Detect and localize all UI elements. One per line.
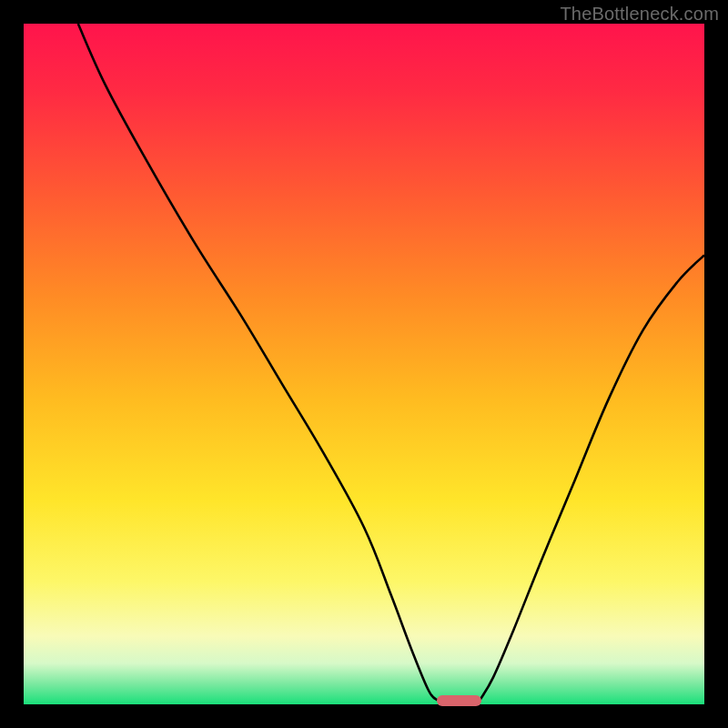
bottleneck-marker-pill bbox=[437, 695, 481, 706]
plot-area bbox=[24, 24, 704, 704]
curve-left-branch bbox=[78, 24, 438, 701]
curve-right-branch bbox=[480, 255, 704, 700]
watermark-text: TheBottleneck.com bbox=[560, 4, 719, 25]
chart-frame: TheBottleneck.com bbox=[0, 0, 728, 728]
bottleneck-curve bbox=[24, 24, 704, 704]
